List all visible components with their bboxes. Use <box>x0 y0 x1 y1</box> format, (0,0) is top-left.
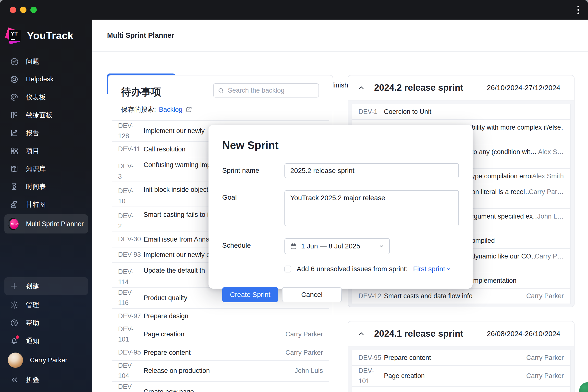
gauge-icon <box>10 93 18 102</box>
sidebar-item-helpdesk[interactable]: Helpdesk <box>0 70 92 88</box>
sidebar-item-label: 创建 <box>26 282 39 290</box>
sidebar-user[interactable]: Carry Parker <box>0 350 92 371</box>
sprint-panel: 2024.1 release sprint 26/08/2024-26/10/2… <box>348 321 574 392</box>
gear-icon <box>10 300 18 310</box>
sidebar-item-notifications[interactable]: 通知 <box>0 332 92 350</box>
issue-assignee: Carry Parker <box>526 292 564 300</box>
sidebar-item-collapse[interactable]: 折叠 <box>0 371 92 388</box>
sprint-name-input[interactable] <box>284 163 459 178</box>
saved-search-link[interactable]: Backlog <box>159 106 182 114</box>
sidebar-item-knowledge-base[interactable]: 知识库 <box>0 160 92 178</box>
sidebar-item-timesheets[interactable]: 时间表 <box>0 178 92 196</box>
cancel-button[interactable]: Cancel <box>282 287 342 302</box>
sidebar-item-reports[interactable]: 报告 <box>0 124 92 142</box>
issue-row[interactable]: DEV-Init block inside object doesn't get… <box>352 387 570 392</box>
sidebar-footer-nav: 创建管理帮助通知 Carry Parker 折叠 <box>0 276 92 392</box>
avatar <box>8 352 23 368</box>
bell-icon <box>10 336 18 345</box>
dialog-title: New Sprint <box>222 139 459 152</box>
sprint-dates: 26/10/2024-27/12/2024 <box>487 84 560 92</box>
collapse-icon <box>10 375 18 384</box>
add-unresolved-label: Add 6 unresolved issues from sprint: <box>297 265 408 273</box>
sidebar-item-projects[interactable]: 项目 <box>0 142 92 160</box>
help-icon <box>10 318 18 327</box>
issue-summary: Init block inside object doesn't get inv… <box>384 391 539 392</box>
backlog-search-field <box>213 83 319 98</box>
issue-id: DEV-11 <box>118 144 144 154</box>
issue-assignee: Carry Parker <box>526 354 564 362</box>
sidebar-item-help[interactable]: 帮助 <box>0 314 92 332</box>
issue-row[interactable]: DEV-97Prepare design <box>112 309 329 324</box>
sidebar-item-gantt-charts[interactable]: 甘特图 <box>0 196 92 214</box>
sidebar-item-label: 折叠 <box>26 375 39 384</box>
issue-id: DEV-30 <box>118 234 144 244</box>
issue-id: DEV-1 <box>358 107 384 117</box>
gantt-icon <box>10 200 18 209</box>
issue-id: DEV-95 <box>358 353 384 363</box>
check-circle-icon <box>10 57 18 66</box>
issue-row[interactable]: DEV-95Prepare contentCarry Parker <box>352 350 570 366</box>
source-sprint-link[interactable]: First sprint <box>413 265 451 273</box>
sidebar-item-dashboards[interactable]: 仪表板 <box>0 88 92 106</box>
issue-summary: Create new page <box>144 388 323 392</box>
notification-badge <box>16 336 19 339</box>
sprint-name-label: Sprint name <box>222 163 284 178</box>
issue-summary: Page creation <box>384 372 526 380</box>
issue-id: DEV- <box>358 391 384 392</box>
sidebar-item-label: 敏捷面板 <box>26 111 52 120</box>
issue-summary: Prepare design <box>144 312 323 320</box>
create-sprint-button[interactable]: Create Sprint <box>222 287 278 302</box>
plus-icon <box>10 282 18 290</box>
sidebar-item-issues[interactable]: 问题 <box>0 52 92 70</box>
issue-row[interactable]: DEV-104Release on productionJohn Luis <box>112 361 329 382</box>
issue-row[interactable]: DEV-95Prepare contentCarry Parker <box>112 345 329 361</box>
backlog-search-input[interactable] <box>214 84 318 97</box>
kebab-menu-icon[interactable] <box>574 6 582 14</box>
issue-row[interactable]: DEV-102Create new page <box>112 382 329 392</box>
minimize-window-button[interactable] <box>20 6 26 13</box>
issue-assignee: John Luis <box>294 367 323 374</box>
issue-id: DEV-104 <box>118 361 144 381</box>
sprint-dates: 26/08/2024-26/10/2024 <box>487 330 560 338</box>
search-icon <box>218 87 224 94</box>
book-icon <box>10 164 18 173</box>
issue-row[interactable]: DEV-101Page creationCarry Parker <box>112 324 329 345</box>
app-window: YT YouTrack 问题Helpdesk仪表板敏捷面板报告项目知识库时间表甘… <box>0 0 588 392</box>
issue-summary: Prepare content <box>384 354 526 362</box>
issue-assignee: Alex Smith <box>532 172 564 180</box>
issue-assignee: Carry Par… <box>529 188 564 196</box>
issue-id: DEV-95 <box>118 348 144 358</box>
board-icon <box>10 111 18 120</box>
hourglass-icon <box>10 182 18 191</box>
issue-row[interactable]: DEV-1Coercion to Unit <box>352 104 570 120</box>
sidebar-item-agile-boards[interactable]: 敏捷面板 <box>0 106 92 124</box>
issue-assignee: Carry Parker <box>526 372 564 380</box>
source-sprint-label: First sprint <box>413 265 445 273</box>
add-unresolved-checkbox[interactable] <box>284 266 291 272</box>
sidebar-item-label: 甘特图 <box>26 200 46 209</box>
lifebuoy-icon <box>10 75 18 84</box>
zoom-window-button[interactable] <box>30 6 37 13</box>
schedule-select[interactable]: 1 Jun — 8 Jul 2025 <box>284 238 390 254</box>
goal-textarea[interactable]: YouTrack 2025.2 major release <box>284 190 459 226</box>
sidebar-item-create[interactable]: 创建 <box>4 277 88 295</box>
sidebar-nav: 问题Helpdesk仪表板敏捷面板报告项目知识库时间表甘特图MSPMulti S… <box>0 52 92 234</box>
sidebar-item-multi-sprint-planner[interactable]: MSPMulti Sprint Planner <box>4 214 88 234</box>
external-link-icon[interactable] <box>186 106 192 113</box>
close-window-button[interactable] <box>10 6 16 13</box>
issue-assignee: Carry P… <box>534 252 564 260</box>
issue-row[interactable]: DEV-101Page creationCarry Parker <box>352 366 570 387</box>
issue-id: DEV- 2 <box>118 211 144 232</box>
issue-id: DEV-101 <box>118 324 144 345</box>
collapse-sprint-icon[interactable] <box>357 84 365 92</box>
issue-id: DEV-101 <box>358 366 384 386</box>
sidebar-item-label: 问题 <box>26 57 39 66</box>
sidebar-item-label: 时间表 <box>26 182 46 191</box>
sidebar-item-settings[interactable]: 管理 <box>0 296 92 314</box>
app-logo[interactable]: YT YouTrack <box>6 28 92 44</box>
page-header: Multi Sprint Planner <box>92 20 588 52</box>
goal-label: Goal <box>222 190 284 226</box>
issue-id: DEV- 3 <box>118 161 144 182</box>
collapse-sprint-icon[interactable] <box>357 330 365 338</box>
sidebar: YT YouTrack 问题Helpdesk仪表板敏捷面板报告项目知识库时间表甘… <box>0 20 92 392</box>
